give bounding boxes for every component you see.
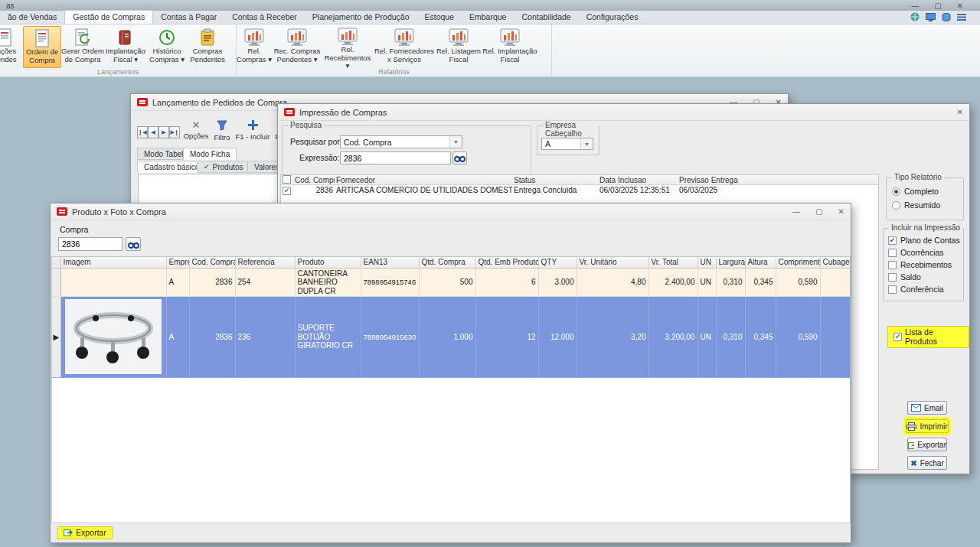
search-button[interactable] [452, 151, 467, 164]
col-fornecedor[interactable]: Fornecedor [335, 176, 512, 184]
window-impressao-titlebar[interactable]: Impressão de Compras ✕ [278, 104, 969, 121]
nav-prev-button[interactable]: ◀ [148, 126, 158, 138]
col-imagem[interactable]: Imagem [60, 257, 166, 268]
checkbox-icon [888, 261, 897, 269]
col-un[interactable]: UN [697, 257, 716, 268]
col-altura[interactable]: Altura [745, 257, 776, 268]
check-icon: ✔ [204, 163, 210, 171]
compra-input[interactable] [58, 237, 122, 251]
ribbon-button-rel-fornecedores-servicos[interactable]: Rel. Fornecedores x Serviços [373, 26, 436, 68]
checkbox-checked-icon: ✔ [888, 236, 897, 245]
pesquisar-por-select[interactable]: Cod. Compra ▼ [340, 135, 462, 148]
ribbon-button-rel-implantacao-fiscal[interactable]: Rel. Implantação Fiscal [482, 26, 538, 68]
col-status[interactable]: Status [512, 176, 598, 184]
empresa-select[interactable]: A ▼ [541, 138, 593, 150]
col-data-inclusao[interactable]: Data Inclusao [598, 176, 678, 184]
binoculars-icon [454, 154, 466, 162]
checkbox-plano-de-contas[interactable]: ✔ Plano de Contas [888, 236, 960, 245]
col-previsao-entrega[interactable]: Previsao Entrega [678, 176, 750, 184]
pesquisar-por-label: Pesquisar por: [290, 137, 342, 146]
col-qtd-emb[interactable]: Qtd. Emb Produto [475, 257, 538, 268]
exportar-button[interactable]: Exportar [57, 526, 113, 539]
maximize-icon[interactable]: ▢ [934, 2, 941, 10]
nav-first-button[interactable]: ❙◀ [137, 126, 148, 138]
tab-gestao-compras[interactable]: Gestão de Compras [64, 10, 153, 24]
monitor-icon[interactable] [926, 13, 936, 21]
tab-contas-pagar[interactable]: Contas à Pagar [153, 11, 224, 24]
table-row[interactable]: A 2836 254 CANTONEIRA BANHEIRO DUPLA CR … [52, 268, 851, 297]
tab-modo-ficha[interactable]: Modo Ficha [183, 148, 237, 160]
col-qtd-compra[interactable]: Qtd. Compra [419, 257, 475, 268]
select-all-checkbox[interactable] [283, 175, 291, 184]
opcoes-button[interactable]: ✕ Opções [183, 120, 209, 140]
col-cubagem[interactable]: Cubage [820, 257, 851, 268]
tab-contas-receber[interactable]: Contas à Receber [224, 11, 305, 24]
radio-selected-icon [892, 187, 900, 196]
col-referencia[interactable]: Referencia [235, 257, 295, 268]
tab-contabilidade[interactable]: Contabilidade [514, 11, 578, 24]
col-cod-compra[interactable]: Cod. Compra [189, 257, 235, 268]
checkbox-saldo[interactable]: Saldo [888, 272, 921, 282]
checkbox-conferencia[interactable]: Conferência [888, 285, 944, 294]
f1-incluir-button[interactable]: F1 - Incluir [235, 120, 270, 141]
col-ean13[interactable]: EAN13 [361, 257, 419, 268]
purchase-order-icon [34, 28, 50, 48]
nav-last-button[interactable]: ▶❙ [169, 126, 180, 138]
tipo-relatorio-groupbox: Tipo Relatório [886, 177, 964, 220]
ribbon-button-rec-compras-pendentes[interactable]: Rec. Compras Pendentes ▾ [272, 26, 322, 68]
exportar-button[interactable]: Exportar [907, 438, 947, 451]
list-icon[interactable] [957, 13, 966, 21]
minimize-icon[interactable]: — [792, 207, 800, 216]
ribbon-button-rel-compras[interactable]: Rel. Compras ▾ [237, 26, 272, 68]
close-icon[interactable]: ✕ [957, 2, 963, 10]
ribbon-button-rel-listagem-fiscal[interactable]: Rel. Listagem Fiscal [436, 26, 482, 68]
imprimir-button[interactable]: Imprimir [906, 419, 949, 433]
tab-embarque[interactable]: Embarque [462, 11, 514, 24]
col-produto[interactable]: Produto [295, 257, 361, 268]
tab-planejamento-producao[interactable]: Planejamento de Produção [305, 11, 417, 24]
col-cod-compra[interactable]: Cod. Compra [293, 176, 335, 184]
ribbon-button-historico-compras[interactable]: Histórico Compras ▾ [147, 26, 187, 68]
tab-cadastro-basico[interactable]: Cadastro básico [137, 161, 206, 173]
search-button[interactable] [126, 237, 141, 251]
checkbox-recebimentos[interactable]: Recebimentos [888, 260, 952, 269]
tab-configuracoes[interactable]: Configurações [579, 11, 646, 24]
col-empresa[interactable]: Empresa [166, 257, 189, 268]
radio-completo[interactable]: Completo [892, 187, 939, 196]
col-comprimento[interactable]: Comprimento [776, 257, 820, 268]
col-qty[interactable]: QTY [538, 257, 577, 268]
maximize-icon[interactable]: ▢ [815, 207, 822, 216]
minimize-icon[interactable]: — [911, 2, 919, 10]
nav-next-button[interactable]: ▶ [158, 126, 169, 138]
ribbon-button-rel-recebimentos[interactable]: Rel. Recebimentos ▾ [322, 26, 373, 68]
col-vr-unitario[interactable]: Vr. Unitário [577, 257, 648, 268]
produto-footer-bar: Exportar [51, 523, 850, 542]
printer-icon [906, 422, 916, 431]
col-vr-total[interactable]: Vr. Total [648, 257, 697, 268]
titlebar-quick-icons [910, 12, 966, 21]
close-icon[interactable]: ✕ [957, 108, 963, 116]
table-row-selected[interactable]: ▶ [52, 297, 851, 378]
ribbon-button-compras-pendentes[interactable]: Compras Pendentes [187, 26, 228, 68]
window-produto-titlebar[interactable]: Produto x Foto x Compra — ▢ ✕ [51, 203, 851, 220]
row-checkbox[interactable]: ✔ [283, 187, 291, 195]
col-largura[interactable]: Largura [716, 257, 745, 268]
tab-gestao-vendas[interactable]: ão de Vendas [0, 11, 64, 24]
ribbon-button-gerar-ordem[interactable]: Gerar Ordem de Compra [61, 26, 104, 68]
tab-estoque[interactable]: Estoque [416, 11, 462, 24]
expressao-input[interactable] [340, 151, 451, 164]
tab-produtos[interactable]: ✔ Produtos [197, 161, 250, 173]
checkbox-ocorrencias[interactable]: Ocorrências [888, 248, 944, 257]
close-icon[interactable]: ✕ [838, 207, 844, 216]
ribbon-button-ordem-de-compra[interactable]: Ordem de Compra [23, 26, 61, 68]
email-button[interactable]: Email [907, 401, 947, 415]
compras-list-row[interactable]: ✔ 2836 ARTICASA COMERCIO DE UTILIDADES D… [281, 185, 878, 195]
ribbon-button-implantacao-fiscal[interactable]: Implantação Fiscal ▾ [104, 26, 147, 68]
globe-icon[interactable] [910, 12, 920, 21]
ribbon-button-cotacoes-pendentes[interactable]: itações dendes [0, 26, 23, 68]
radio-resumido[interactable]: Resumido [892, 200, 940, 210]
fechar-button[interactable]: ✖ Fechar [907, 456, 947, 470]
lista-de-produtos-button[interactable]: ✔ Lista de Produtos [887, 326, 969, 348]
database-icon[interactable] [942, 13, 951, 21]
filtro-button[interactable]: Filtro [211, 120, 234, 142]
